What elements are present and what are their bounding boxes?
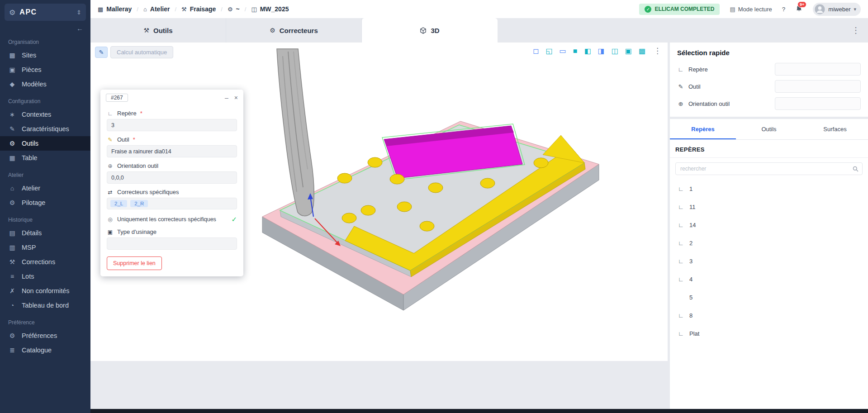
help-button[interactable]: ? (782, 6, 786, 13)
sidebar-item-pilotage[interactable]: ⚙ Pilotage (0, 195, 90, 210)
sidebar-item-label: Contextes (22, 111, 51, 118)
sidebar-item-preferences[interactable]: ⚙ Préférences (0, 328, 90, 343)
sidebar-item-contextes[interactable]: ∗ Contextes (0, 107, 90, 122)
breadcrumb-atelier[interactable]: ⌂ Atelier (143, 5, 170, 13)
minimize-icon[interactable]: – (225, 94, 228, 101)
reperes-section-title: REPÈRES (670, 140, 868, 158)
repere-item-label: 4 (689, 276, 693, 283)
sidebar-item-tableau-de-bord[interactable]: ◔ Tableau de bord (0, 298, 90, 313)
select-region-icon[interactable]: ◻ (533, 47, 539, 55)
stock-view-icon[interactable]: ◱ (545, 47, 552, 55)
sidebar-section-configuration: Configuration (0, 91, 90, 107)
breadcrumb-machine[interactable]: ⚙ ~ (228, 5, 240, 13)
compare-view-icon[interactable]: ◨ (598, 47, 605, 55)
sidebar-item-atelier[interactable]: ⌂ Atelier (0, 181, 90, 195)
sidebar-item-sites[interactable]: ▩ Sites (0, 48, 90, 62)
status-badge-label: ELLICAM COMPLETED (655, 6, 714, 12)
dialog-type-usinage-input[interactable] (107, 237, 237, 250)
repere-item-label: 14 (689, 222, 696, 228)
overlay-view-icon[interactable]: ◫ (612, 47, 618, 55)
quick-outil-input[interactable] (775, 80, 861, 93)
user-name: miweber (828, 6, 850, 13)
sidebar-item-outils[interactable]: ⚙ Outils (0, 136, 90, 151)
sidebar-item-details[interactable]: ▤ Détails (0, 226, 90, 240)
repere-axis-icon: ∟ (678, 240, 684, 247)
3d-viewport[interactable]: ✎ Calcul automatique ◻ ◱ ▭ ■ ◧ ◨ ◫ ▣ ▩ ⋮ (90, 43, 668, 361)
contexts-icon: ∗ (8, 111, 16, 118)
half-section-icon[interactable]: ◧ (584, 47, 591, 55)
models-icon: ◆ (8, 81, 16, 88)
repere-axis-icon: ∟ (678, 276, 684, 283)
reperes-search-input[interactable] (675, 162, 863, 175)
delete-link-button[interactable]: Supprimer le lien (107, 256, 162, 270)
sidebar-item-modeles[interactable]: ◆ Modèles (0, 77, 90, 91)
dialog-orientation-input[interactable] (107, 171, 237, 184)
lots-icon: ≡ (8, 273, 16, 280)
breadcrumb-label: ~ (236, 5, 240, 13)
tab-3d[interactable]: 3D (362, 18, 498, 43)
sidebar-item-corrections[interactable]: ⚒ Corrections (0, 255, 90, 269)
calcul-automatique-button[interactable]: Calcul automatique (110, 46, 173, 58)
workspace-switcher-icon[interactable]: ⇕ (76, 9, 81, 16)
repere-list-item[interactable]: ∟ 1 (670, 180, 868, 198)
quick-select-title: Sélection rapide (670, 43, 868, 61)
repere-label: Repère (117, 110, 137, 117)
repere-list-item[interactable]: ∟ 11 (670, 198, 868, 216)
chip-2l[interactable]: 2_L (110, 200, 127, 207)
sidebar-item-msp[interactable]: ▥ MSP (0, 240, 90, 255)
bottom-bar (90, 409, 868, 413)
sidebar-item-non-conformites[interactable]: ✗ Non conformités (0, 284, 90, 298)
sidebar-item-label: Pilotage (22, 199, 45, 206)
breadcrumb-fraisage[interactable]: ⚒ Fraisage (181, 5, 216, 13)
link-dialog-header[interactable]: #267 – × (100, 90, 243, 103)
repere-list-item[interactable]: ∟ Plat (670, 324, 868, 342)
breadcrumb-separator: / (245, 6, 247, 13)
breadcrumb-malleray[interactable]: ▩ Malleray (98, 5, 132, 13)
sidebar-item-catalogue[interactable]: ≣ Catalogue (0, 343, 90, 357)
dialog-outil-input[interactable] (107, 145, 237, 157)
repere-list-item[interactable]: ∟ 2 (670, 234, 868, 252)
uniquement-correcteurs-toggle[interactable]: ◎ Uniquement les correcteurs spécifiques… (107, 215, 237, 223)
sidebar-item-table[interactable]: ▦ Table (0, 151, 90, 165)
tab-outils-right[interactable]: Outils (736, 119, 802, 139)
repere-icon: ∟ (107, 110, 114, 117)
quick-repere-input[interactable] (775, 63, 861, 76)
tab-surfaces[interactable]: Surfaces (802, 119, 868, 139)
repere-list-item[interactable]: ∟ 14 (670, 216, 868, 234)
reperes-panel: Repères Outils Surfaces REPÈRES ∟ (670, 119, 868, 413)
auto-calc-icon: ✎ (99, 49, 104, 56)
mode-lecture-toggle[interactable]: ▤ Mode lecture (730, 6, 772, 13)
tabs-kebab-menu[interactable]: ⋮ (852, 25, 868, 35)
repere-list-item[interactable]: 5 (670, 288, 868, 306)
tab-outils[interactable]: ⚒ Outils (90, 18, 226, 43)
plane-view-icon[interactable]: ▭ (560, 47, 566, 55)
sidebar-item-pieces[interactable]: ▣ Pièces (0, 62, 90, 77)
dialog-repere-input[interactable] (107, 119, 237, 131)
breadcrumb-mw-2025[interactable]: ◫ MW_2025 (251, 5, 289, 13)
auto-calc-toggle-button[interactable]: ✎ (95, 47, 108, 58)
close-icon[interactable]: × (234, 94, 238, 101)
repere-axis-icon: ∟ (678, 330, 684, 337)
quick-orientation-input[interactable] (775, 97, 861, 110)
viewport-kebab-menu[interactable]: ⋮ (654, 46, 661, 56)
solid-view-icon[interactable]: ■ (573, 47, 578, 55)
sidebar-item-caracteristiques[interactable]: ✎ Caractéristiques (0, 122, 90, 136)
repere-list-item[interactable]: ∟ 4 (670, 270, 868, 288)
sidebar-item-lots[interactable]: ≡ Lots (0, 269, 90, 284)
ellicam-status-badge[interactable]: ✓ ELLICAM COMPLETED (639, 4, 720, 15)
sidebar-item-label: Outils (22, 140, 38, 147)
pilot-icon: ⚙ (8, 199, 16, 206)
tools-icon: ⚙ (8, 140, 16, 147)
chip-2r[interactable]: 2_R (130, 200, 148, 207)
layers-view-icon[interactable]: ▩ (639, 47, 645, 55)
wireframe-view-icon[interactable]: ▣ (625, 47, 632, 55)
correcteurs-chips-box[interactable]: 2_L 2_R (107, 198, 237, 209)
notifications-button[interactable]: 9+ (795, 5, 803, 14)
tab-reperes[interactable]: Repères (670, 119, 736, 139)
tab-correcteurs[interactable]: ⚙ Correcteurs (226, 18, 362, 43)
sidebar-collapse-icon[interactable]: ← (76, 24, 83, 32)
user-menu[interactable]: miweber ▾ (813, 3, 861, 16)
repere-list-item[interactable]: ∟ 8 (670, 306, 868, 324)
uniquement-label: Uniquement les correcteurs spécifiques (117, 216, 216, 223)
repere-list-item[interactable]: ∟ 3 (670, 252, 868, 270)
